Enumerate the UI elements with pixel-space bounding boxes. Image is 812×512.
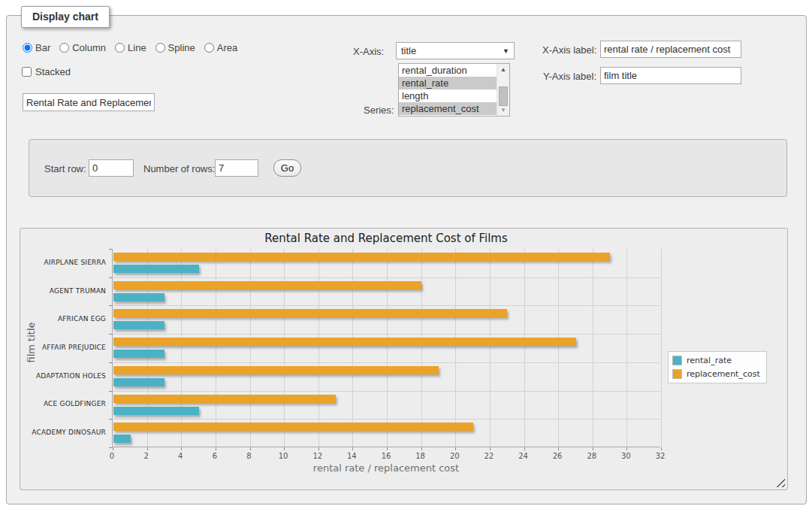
chart-type-label-area: Area bbox=[217, 42, 237, 53]
series-option-rental_rate[interactable]: rental_rate bbox=[399, 77, 497, 89]
legend-swatch-rental_rate bbox=[672, 356, 682, 365]
bar-rental_rate bbox=[113, 350, 165, 358]
x-tick-label: 0 bbox=[101, 452, 123, 460]
y-tick-mark bbox=[109, 277, 112, 278]
chart-type-radio-spline[interactable] bbox=[155, 43, 165, 53]
x-tick-label: 24 bbox=[512, 452, 535, 460]
chart-legend: rental_ratereplacement_cost bbox=[668, 351, 767, 383]
gridline-vertical bbox=[250, 249, 251, 447]
x-tick-label: 14 bbox=[340, 452, 363, 460]
series-option-replacement_cost[interactable]: replacement_cost bbox=[399, 102, 497, 115]
x-tick-label: 6 bbox=[204, 452, 226, 460]
scroll-down-icon[interactable]: ▼ bbox=[497, 105, 509, 116]
gridline-horizontal bbox=[113, 362, 660, 363]
gridline-vertical bbox=[455, 249, 456, 447]
x-tick-mark bbox=[284, 447, 285, 450]
chart-plot-area bbox=[112, 249, 660, 447]
x-axis-label-field-label: X-Axis label: bbox=[542, 44, 596, 56]
x-axis-label-input[interactable] bbox=[600, 41, 741, 58]
stacked-option: Stacked bbox=[22, 66, 71, 77]
series-scrollbar[interactable]: ▲ ▼ bbox=[497, 64, 509, 116]
gridline-vertical bbox=[626, 249, 627, 447]
bar-rental_rate bbox=[113, 378, 165, 386]
x-tick-label: 26 bbox=[546, 452, 569, 460]
x-tick-mark bbox=[250, 447, 251, 450]
chart-title-input[interactable] bbox=[23, 93, 155, 111]
bar-replacement_cost bbox=[113, 309, 507, 317]
y-tick-mark bbox=[109, 447, 112, 448]
x-tick-mark bbox=[524, 447, 525, 450]
gridline-horizontal bbox=[113, 277, 660, 278]
x-tick-label: 32 bbox=[649, 452, 672, 460]
chart-type-label-bar: Bar bbox=[35, 42, 50, 53]
x-tick-mark bbox=[216, 447, 216, 450]
start-row-input[interactable] bbox=[89, 159, 134, 177]
gridline-vertical bbox=[490, 249, 491, 447]
x-tick-label: 8 bbox=[238, 452, 261, 460]
gridline-vertical bbox=[661, 249, 662, 447]
chart-title: Rental Rate and Replacement Cost of Film… bbox=[112, 232, 660, 245]
legend-item: replacement_cost bbox=[672, 369, 760, 379]
x-tick-mark bbox=[181, 447, 182, 450]
x-tick-mark bbox=[318, 447, 319, 450]
resize-handle-icon[interactable] bbox=[776, 478, 785, 487]
x-tick-mark bbox=[490, 447, 491, 450]
chart-x-axis-title: rental rate / replacement cost bbox=[112, 462, 660, 474]
y-axis-label-field-label: Y-Axis label: bbox=[543, 71, 596, 82]
series-option-rental_duration[interactable]: rental_duration bbox=[399, 64, 497, 77]
legend-label: rental_rate bbox=[687, 356, 732, 365]
category-label: ACE GOLDFINGER bbox=[22, 400, 106, 407]
gridline-vertical bbox=[558, 249, 559, 447]
category-label: AGENT TRUMAN bbox=[22, 287, 106, 295]
chart-type-radio-line[interactable] bbox=[115, 43, 125, 53]
go-button[interactable]: Go bbox=[273, 159, 301, 177]
category-label: ADAPTATION HOLES bbox=[22, 372, 106, 380]
gridline-horizontal bbox=[113, 391, 660, 392]
chart-container: Rental Rate and Replacement Cost of Film… bbox=[20, 228, 788, 490]
x-tick-label: 28 bbox=[581, 452, 603, 460]
category-label: AFFAIR PREJUDICE bbox=[22, 344, 106, 351]
scrollbar-thumb[interactable] bbox=[499, 86, 508, 106]
bar-replacement_cost bbox=[113, 366, 439, 374]
scroll-up-icon[interactable]: ▲ bbox=[497, 64, 509, 75]
x-tick-label: 18 bbox=[409, 452, 432, 460]
legend-label: replacement_cost bbox=[687, 369, 760, 379]
chart-type-label-spline: Spline bbox=[168, 42, 195, 53]
x-tick-mark bbox=[113, 447, 113, 450]
gridline-vertical bbox=[352, 249, 353, 447]
panel-title: Display chart bbox=[21, 6, 110, 28]
num-rows-input[interactable] bbox=[215, 159, 258, 177]
series-option-length[interactable]: length bbox=[399, 89, 497, 102]
gridline-horizontal bbox=[113, 334, 660, 335]
stacked-checkbox[interactable] bbox=[22, 67, 32, 77]
category-label: ACADEMY DINOSAUR bbox=[22, 429, 106, 436]
chart-type-radio-group: BarColumnLineSplineArea bbox=[23, 42, 243, 53]
gridline-vertical bbox=[318, 249, 319, 447]
x-tick-mark bbox=[421, 447, 422, 450]
chart-type-radio-column[interactable] bbox=[59, 43, 69, 53]
category-label: AIRPLANE SIERRA bbox=[22, 259, 106, 266]
chart-type-label-line: Line bbox=[128, 42, 146, 53]
x-tick-label: 4 bbox=[169, 452, 192, 460]
gridline-horizontal bbox=[113, 305, 660, 306]
bar-rental_rate bbox=[113, 407, 199, 415]
y-axis-label-input[interactable] bbox=[600, 67, 741, 84]
x-tick-label: 12 bbox=[306, 452, 329, 460]
y-tick-mark bbox=[109, 334, 112, 335]
chart-type-label-column: Column bbox=[72, 42, 106, 53]
x-tick-mark bbox=[626, 447, 627, 450]
x-tick-label: 16 bbox=[375, 452, 397, 460]
bar-replacement_cost bbox=[113, 423, 473, 431]
chart-type-radio-bar[interactable] bbox=[23, 43, 32, 53]
bar-rental_rate bbox=[113, 265, 199, 273]
chart-type-radio-area[interactable] bbox=[204, 43, 214, 53]
x-axis-select[interactable]: title ▼ bbox=[396, 42, 515, 59]
row-range-panel: Start row: Number of rows: Go bbox=[29, 139, 787, 197]
y-tick-mark bbox=[109, 362, 112, 363]
bar-rental_rate bbox=[113, 293, 165, 301]
series-label: Series: bbox=[364, 105, 394, 116]
x-tick-label: 10 bbox=[272, 452, 294, 460]
legend-item: rental_rate bbox=[672, 356, 760, 365]
category-label: AFRICAN EGG bbox=[22, 315, 106, 323]
series-multiselect[interactable]: rental_durationrental_ratelengthreplacem… bbox=[398, 63, 510, 117]
